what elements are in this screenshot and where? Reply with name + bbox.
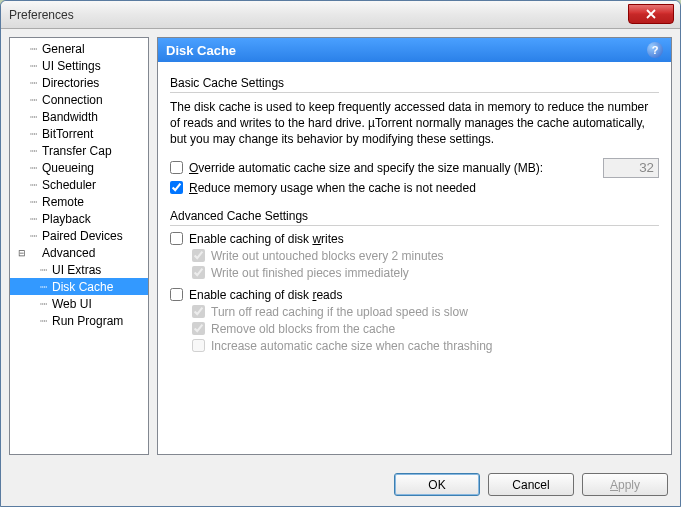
- override-checkbox[interactable]: [170, 161, 183, 174]
- nav-item-bittorrent[interactable]: ┈BitTorrent: [10, 125, 148, 142]
- reads-checkbox[interactable]: [170, 288, 183, 301]
- increase-checkbox: [192, 339, 205, 352]
- writes-checkbox[interactable]: [170, 232, 183, 245]
- basic-description: The disk cache is used to keep frequentl…: [170, 99, 659, 148]
- nav-item-connection[interactable]: ┈Connection: [10, 91, 148, 108]
- nav-item-bandwidth[interactable]: ┈Bandwidth: [10, 108, 148, 125]
- turnoff-checkbox: [192, 305, 205, 318]
- window-title: Preferences: [9, 8, 628, 22]
- nav-item-advanced[interactable]: ⊟Advanced: [10, 244, 148, 261]
- nav-item-directories[interactable]: ┈Directories: [10, 74, 148, 91]
- cancel-button[interactable]: Cancel: [488, 473, 574, 496]
- advanced-heading: Advanced Cache Settings: [170, 209, 659, 223]
- settings-panel: Disk Cache ? Basic Cache Settings The di…: [157, 37, 672, 455]
- remove-old-checkbox: [192, 322, 205, 335]
- write-finished-checkbox: [192, 266, 205, 279]
- nav-item-paired-devices[interactable]: ┈Paired Devices: [10, 227, 148, 244]
- override-label[interactable]: Override automatic cache size and specif…: [189, 161, 543, 175]
- dialog-footer: OK Cancel Apply: [1, 463, 680, 506]
- nav-item-general[interactable]: ┈General: [10, 40, 148, 57]
- nav-item-scheduler[interactable]: ┈Scheduler: [10, 176, 148, 193]
- increase-label: Increase automatic cache size when cache…: [211, 339, 493, 353]
- write-finished-label: Write out finished pieces immediately: [211, 266, 409, 280]
- apply-button: Apply: [582, 473, 668, 496]
- collapse-icon[interactable]: ⊟: [16, 248, 28, 258]
- write-finished-row: Write out finished pieces immediately: [170, 266, 659, 280]
- writes-label[interactable]: Enable caching of disk writes: [189, 232, 344, 246]
- close-button[interactable]: [628, 4, 674, 24]
- remove-old-label: Remove old blocks from the cache: [211, 322, 395, 336]
- panel-title: Disk Cache: [166, 43, 236, 58]
- turnoff-label: Turn off read caching if the upload spee…: [211, 305, 468, 319]
- reads-label[interactable]: Enable caching of disk reads: [189, 288, 342, 302]
- nav-item-remote[interactable]: ┈Remote: [10, 193, 148, 210]
- cache-size-input[interactable]: [603, 158, 659, 178]
- nav-item-disk-cache[interactable]: ┈Disk Cache: [10, 278, 148, 295]
- close-icon: [646, 9, 656, 19]
- reduce-checkbox[interactable]: [170, 181, 183, 194]
- reads-row: Enable caching of disk reads: [170, 288, 659, 302]
- write-untouched-label: Write out untouched blocks every 2 minut…: [211, 249, 444, 263]
- override-row: Override automatic cache size and specif…: [170, 158, 659, 178]
- writes-row: Enable caching of disk writes: [170, 232, 659, 246]
- nav-item-ui-settings[interactable]: ┈UI Settings: [10, 57, 148, 74]
- nav-item-run-program[interactable]: ┈Run Program: [10, 312, 148, 329]
- panel-body: Basic Cache Settings The disk cache is u…: [158, 62, 671, 364]
- titlebar: Preferences: [1, 1, 680, 29]
- ok-button[interactable]: OK: [394, 473, 480, 496]
- nav-item-ui-extras[interactable]: ┈UI Extras: [10, 261, 148, 278]
- write-untouched-checkbox: [192, 249, 205, 262]
- preferences-window: Preferences ┈General ┈UI Settings ┈Direc…: [0, 0, 681, 507]
- reduce-label[interactable]: Reduce memory usage when the cache is no…: [189, 181, 476, 195]
- nav-item-transfer-cap[interactable]: ┈Transfer Cap: [10, 142, 148, 159]
- nav-item-queueing[interactable]: ┈Queueing: [10, 159, 148, 176]
- turnoff-row: Turn off read caching if the upload spee…: [170, 305, 659, 319]
- increase-row: Increase automatic cache size when cache…: [170, 339, 659, 353]
- nav-item-web-ui[interactable]: ┈Web UI: [10, 295, 148, 312]
- help-icon[interactable]: ?: [647, 42, 663, 58]
- basic-heading: Basic Cache Settings: [170, 76, 659, 90]
- panel-header: Disk Cache ?: [158, 38, 671, 62]
- nav-tree[interactable]: ┈General ┈UI Settings ┈Directories ┈Conn…: [9, 37, 149, 455]
- remove-old-row: Remove old blocks from the cache: [170, 322, 659, 336]
- write-untouched-row: Write out untouched blocks every 2 minut…: [170, 249, 659, 263]
- reduce-row: Reduce memory usage when the cache is no…: [170, 181, 659, 195]
- dialog-body: ┈General ┈UI Settings ┈Directories ┈Conn…: [1, 29, 680, 463]
- nav-item-playback[interactable]: ┈Playback: [10, 210, 148, 227]
